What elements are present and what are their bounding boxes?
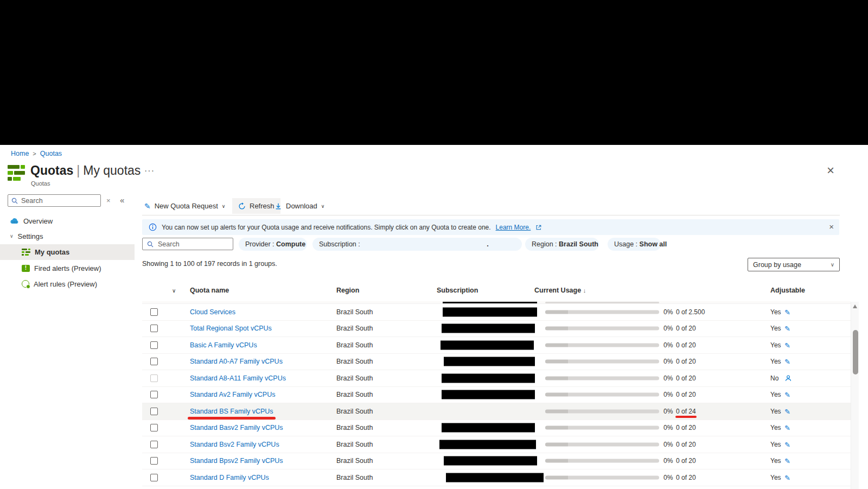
row-checkbox[interactable] xyxy=(150,441,158,448)
quota-name-link[interactable]: Standard Basv2 Family vCPUs xyxy=(190,424,283,431)
sidebar-group-settings[interactable]: ∨ Settings xyxy=(0,229,135,243)
sidebar-search-clear-icon[interactable]: × xyxy=(106,196,111,205)
scrollbar-thumb[interactable] xyxy=(853,330,858,374)
region-cell: Brazil South xyxy=(336,408,373,415)
alerts-info-banner: You can now set up alerts for your Quota… xyxy=(142,219,839,235)
table-row[interactable]: Standard A0-A7 Family vCPUs Brazil South… xyxy=(142,354,851,371)
download-button[interactable]: Download ∨ xyxy=(275,198,324,214)
table-row[interactable]: Basic A Family vCPUs Brazil South 0% 0 o… xyxy=(142,337,851,354)
close-page-button[interactable]: × xyxy=(827,165,834,176)
table-row[interactable]: Standard D Family vCPUs Brazil South 0% … xyxy=(142,469,851,486)
breadcrumb-home-link[interactable]: Home xyxy=(11,150,29,157)
region-cell: Brazil South xyxy=(336,308,373,316)
toolbar-divider xyxy=(142,215,840,215)
pencil-icon[interactable]: ✎ xyxy=(784,407,790,415)
pencil-icon[interactable]: ✎ xyxy=(784,325,790,333)
usage-bar xyxy=(545,409,659,413)
quota-name-link[interactable]: Cloud Services xyxy=(190,308,235,316)
usage-percent: 0% xyxy=(663,457,673,465)
pencil-icon[interactable]: ✎ xyxy=(784,473,790,481)
table-body: Cloud Services Brazil South 0% 0 of 2.50… xyxy=(142,304,851,486)
column-current-usage[interactable]: Current Usage ↓ xyxy=(534,287,586,294)
adjustable-value: Yes xyxy=(770,391,781,398)
pencil-icon[interactable]: ✎ xyxy=(784,440,790,448)
row-checkbox[interactable] xyxy=(150,391,158,398)
filter-pill-region[interactable]: Region : Brazil South xyxy=(525,238,599,251)
table-row[interactable]: Standard Bpsv2 Family vCPUs Brazil South… xyxy=(142,453,851,470)
row-checkbox[interactable] xyxy=(150,358,158,365)
quota-name-link[interactable]: Total Regional Spot vCPUs xyxy=(190,325,272,332)
quota-name-link[interactable]: Standard BS Family vCPUs xyxy=(190,408,273,415)
quota-name-link[interactable]: Basic A Family vCPUs xyxy=(190,341,257,349)
table-row[interactable]: Standard BS Family vCPUs Brazil South 0%… xyxy=(142,403,851,420)
row-checkbox[interactable] xyxy=(150,374,158,382)
filter-pill-usage[interactable]: Usage : Show all xyxy=(608,238,661,251)
filter-pill-provider[interactable]: Provider : Compute xyxy=(239,238,307,251)
row-checkbox[interactable] xyxy=(150,424,158,431)
row-checkbox[interactable] xyxy=(150,325,158,332)
usage-percent: 0% xyxy=(663,441,673,448)
table-scrollbar[interactable] xyxy=(851,302,859,489)
scroll-up-icon[interactable] xyxy=(853,304,857,308)
row-checkbox[interactable] xyxy=(150,457,158,465)
filter-pill-subscription[interactable]: Subscription : . xyxy=(312,238,522,251)
column-region[interactable]: Region xyxy=(336,287,359,294)
learn-more-link[interactable]: Learn More. xyxy=(496,224,531,231)
chevron-down-icon: ∨ xyxy=(10,233,14,239)
column-adjustable[interactable]: Adjustable xyxy=(770,287,805,294)
table-row[interactable]: Standard Basv2 Family vCPUs Brazil South… xyxy=(142,420,851,437)
usage-percent: 0% xyxy=(663,408,673,415)
region-cell: Brazil South xyxy=(336,457,373,465)
usage-percent: 0% xyxy=(663,474,673,481)
sidebar-item-my-quotas[interactable]: My quotas xyxy=(0,244,135,260)
magnifier-icon xyxy=(147,241,154,247)
quota-name-link[interactable]: Standard A8-A11 Family vCPUs xyxy=(190,374,286,382)
banner-close-icon[interactable]: × xyxy=(829,222,834,231)
quota-name-link[interactable]: Standard Bsv2 Family vCPUs xyxy=(190,441,279,448)
table-row[interactable]: Cloud Services Brazil South 0% 0 of 2.50… xyxy=(142,304,851,321)
adjustable-value: Yes xyxy=(770,341,781,349)
pencil-icon[interactable]: ✎ xyxy=(784,358,790,366)
row-checkbox[interactable] xyxy=(150,474,158,481)
sidebar-collapse-icon[interactable]: « xyxy=(120,195,124,205)
pencil-icon: ✎ xyxy=(144,202,151,211)
breadcrumb-quotas-link[interactable]: Quotas xyxy=(40,150,62,157)
quota-filter-search-input[interactable]: Search xyxy=(142,238,233,250)
adjustable-value: Yes xyxy=(770,308,781,316)
quota-name-link[interactable]: Standard Av2 Family vCPUs xyxy=(190,391,275,398)
pencil-icon[interactable]: ✎ xyxy=(784,457,790,465)
new-quota-request-button[interactable]: ✎ New Quota Request ∨ xyxy=(144,198,225,214)
sidebar-item-overview[interactable]: Overview xyxy=(0,214,135,228)
quota-name-link[interactable]: Standard Bpsv2 Family vCPUs xyxy=(190,457,283,465)
column-subscription[interactable]: Subscription xyxy=(437,287,478,294)
usage-bar xyxy=(545,426,659,430)
adjustable-value: Yes xyxy=(770,408,781,415)
row-checkbox[interactable] xyxy=(150,408,158,415)
table-row[interactable]: Total Regional Spot vCPUs Brazil South 0… xyxy=(142,321,851,338)
sidebar-item-fired-alerts[interactable]: ! Fired alerts (Preview) xyxy=(0,261,135,275)
pencil-icon[interactable]: ✎ xyxy=(784,308,790,316)
pencil-icon[interactable]: ✎ xyxy=(784,341,790,349)
table-row[interactable]: Standard A8-A11 Family vCPUs Brazil Sout… xyxy=(142,370,851,387)
group-expand-chevron-icon[interactable]: ∨ xyxy=(172,288,176,294)
more-options-button[interactable]: ··· xyxy=(144,166,155,176)
group-by-dropdown[interactable]: Group by usage ∨ xyxy=(748,258,840,271)
pencil-icon[interactable]: ✎ xyxy=(784,391,790,399)
usage-bar xyxy=(545,360,659,364)
row-checkbox[interactable] xyxy=(150,308,158,316)
row-checkbox[interactable] xyxy=(150,341,158,349)
usage-count: 0 of 20 xyxy=(676,441,696,448)
external-link-icon[interactable] xyxy=(535,224,542,231)
refresh-button[interactable]: Refresh xyxy=(232,198,280,214)
quota-name-link[interactable]: Standard D Family vCPUs xyxy=(190,474,269,481)
pencil-icon[interactable]: ✎ xyxy=(784,424,790,432)
sidebar-item-alert-rules[interactable]: Alert rules (Preview) xyxy=(0,277,135,291)
sidebar-search-input[interactable]: Search xyxy=(8,194,101,207)
quota-name-link[interactable]: Standard A0-A7 Family vCPUs xyxy=(190,358,283,365)
column-quota-name[interactable]: Quota name xyxy=(190,287,229,294)
table-row[interactable]: Standard Av2 Family vCPUs Brazil South 0… xyxy=(142,387,851,404)
person-icon[interactable] xyxy=(784,374,792,382)
table-row[interactable]: Standard Bsv2 Family vCPUs Brazil South … xyxy=(142,436,851,453)
subscription-redacted-value xyxy=(441,340,534,350)
sort-desc-icon: ↓ xyxy=(583,287,586,294)
